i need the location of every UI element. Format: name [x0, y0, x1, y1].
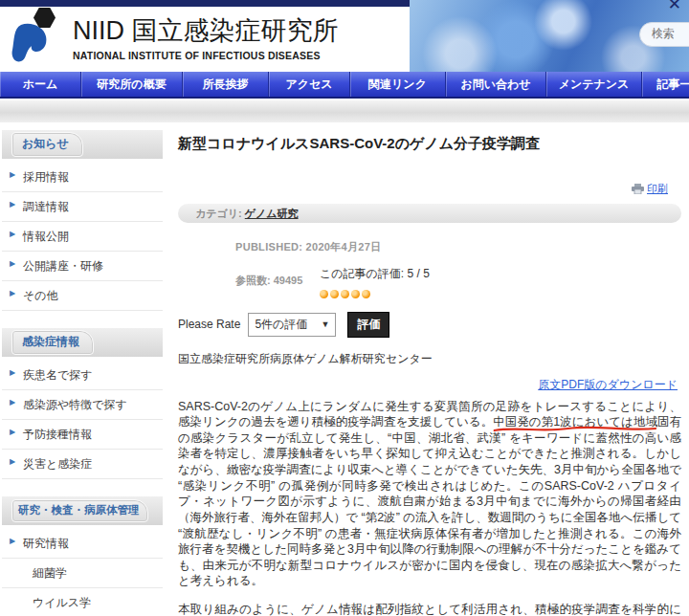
- sidebar-item-lectures[interactable]: ▶公開講座・研修: [2, 252, 163, 281]
- para1-after: 固有の感染クラスターが乱立して発生し、“中国、湖北省、武漢” をキーワードに蓋然…: [178, 415, 681, 587]
- sidebar-item-label: 採用情報: [23, 170, 69, 184]
- rate-row: Please Rate 5件の評価 ▼ 評価: [178, 312, 681, 338]
- published-date: PUBLISHED: 2020年4月27日: [235, 240, 681, 254]
- arrow-icon: ▶: [10, 259, 15, 268]
- star-icon[interactable]: [351, 290, 360, 298]
- sidebar-section-infection-info: 感染症情報 ▶疾患名で探す ▶感染源や特徴で探す ▶予防接種情報 ▶災害と感染症: [2, 328, 163, 481]
- nav-item-links[interactable]: 関連リンク: [350, 72, 446, 97]
- sidebar-item-disclosure[interactable]: ▶情報公開: [2, 222, 163, 252]
- rate-label: Please Rate: [178, 318, 240, 331]
- page: ✕ NIID 国立感染症研究所 NATIONAL INSTITUTE OF IN…: [0, 0, 689, 616]
- site-logo[interactable]: NIID 国立感染症研究所 NATIONAL INSTITUTE OF INFE…: [10, 8, 339, 63]
- sidebar-item-virology[interactable]: ウイルス学: [2, 588, 163, 616]
- nav-item-greeting[interactable]: 所長挨拶: [183, 72, 269, 97]
- sidebar-section-research: 研究・検査・病原体管理 ▶研究情報 細菌学 ウイルス学 寄生虫学 真菌学: [2, 496, 163, 616]
- page-title: 新型コロナウイルスSARS-CoV-2のゲノム分子疫学調査: [178, 134, 681, 153]
- sidebar-item-label: 災害と感染症: [23, 457, 92, 471]
- category-label: カテゴリ:: [195, 208, 242, 219]
- arrow-icon: ▶: [10, 368, 15, 377]
- star-icon[interactable]: [362, 290, 370, 298]
- sidebar-item-vaccination[interactable]: ▶予防接種情報: [2, 420, 163, 450]
- sidebar-header-label: 研究・検査・病原体管理: [11, 499, 148, 522]
- arrow-icon: ▶: [10, 289, 15, 297]
- rating-block: この記事の評価: 5 / 5: [320, 266, 430, 302]
- sidebar-header: お知らせ: [2, 130, 163, 159]
- nav-item-home[interactable]: ホーム: [0, 72, 81, 97]
- print-link[interactable]: 印刷: [647, 183, 668, 194]
- pdf-download-link[interactable]: 原文PDF版のダウンロード: [538, 378, 678, 391]
- article-meta: PUBLISHED: 2020年4月27日 参照数: 49495 この記事の評価…: [235, 240, 681, 302]
- vote-button[interactable]: 評価: [347, 312, 389, 338]
- star-icon[interactable]: [320, 290, 328, 298]
- sidebar-item-by-source[interactable]: ▶感染源や特徴で探す: [2, 390, 163, 420]
- star-icon[interactable]: [341, 290, 349, 298]
- vote-select[interactable]: 5件の評価 ▼: [248, 313, 336, 337]
- category-link[interactable]: ゲノム研究: [245, 208, 299, 219]
- arrow-icon: ▶: [10, 230, 15, 238]
- sidebar-item-label: その他: [23, 289, 58, 302]
- chevron-down-icon: ▼: [321, 319, 329, 329]
- sidebar-item-others[interactable]: ▶その他: [2, 281, 163, 311]
- article-body: SARS-CoV-2のゲノム上にランダムに発生する変異箇所の足跡をトレースするこ…: [178, 399, 681, 616]
- top-navy-bar: [0, 0, 433, 7]
- rating-text: この記事の評価: 5 / 5: [320, 266, 430, 282]
- arrow-icon: ▶: [10, 170, 15, 179]
- sidebar-header-label: お知らせ: [11, 132, 83, 157]
- nav-item-contact[interactable]: お問い合わせ: [446, 72, 546, 97]
- sidebar-item-bacteriology[interactable]: 細菌学: [2, 559, 163, 588]
- print-row: 印刷: [178, 182, 668, 196]
- blue-blob-icon: [11, 23, 57, 63]
- sidebar-header: 感染症情報: [2, 328, 163, 357]
- red-underlined-phrase: 中国発の第1波においては地域: [493, 415, 657, 429]
- star-icon[interactable]: [330, 290, 339, 298]
- arrow-icon: ▶: [10, 428, 15, 436]
- arrow-icon: ▶: [10, 398, 15, 407]
- author-line: 国立感染症研究所病原体ゲノム解析研究センター: [178, 351, 681, 367]
- article: 新型コロナウイルスSARS-CoV-2のゲノム分子疫学調査 印刷 カテゴリ: ゲ…: [178, 130, 681, 616]
- search-input[interactable]: [652, 27, 689, 40]
- red-scribble-underline-icon: [493, 426, 657, 432]
- search-box[interactable]: [639, 22, 689, 47]
- main-nav: ホーム 研究所の概要 所長挨拶 アクセス 関連リンク お問い合わせ メンテナンス…: [0, 72, 689, 99]
- arrow-icon: ▶: [10, 457, 15, 466]
- paragraph-2: 本取り組みのように、ゲノム情報は配列指紋として利活用され、積極的疫学調査を科学的…: [178, 602, 681, 616]
- sidebar-item-label: 感染源や特徴で探す: [23, 398, 127, 411]
- site-header: ✕ NIID 国立感染症研究所 NATIONAL INSTITUTE OF IN…: [0, 0, 689, 72]
- nav-item-overview[interactable]: 研究所の概要: [81, 72, 183, 97]
- header-banner-image: ✕: [410, 0, 689, 72]
- view-count: 参照数: 49495: [235, 266, 320, 302]
- rating-stars: [320, 285, 430, 302]
- nav-item-access[interactable]: アクセス: [269, 72, 350, 97]
- sidebar-item-label: 細菌学: [33, 566, 67, 580]
- arrow-icon: ▶: [10, 200, 15, 209]
- nav-item-maintenance[interactable]: メンテナンス: [546, 72, 642, 97]
- corner-x-icon: ✕: [668, 0, 681, 14]
- arrow-icon: ▶: [10, 537, 15, 545]
- sidebar-item-label: 調達情報: [23, 200, 69, 213]
- paragraph-1: SARS-CoV-2のゲノム上にランダムに発生する変異箇所の足跡をトレースするこ…: [178, 399, 681, 590]
- site-title: NIID 国立感染症研究所: [73, 13, 339, 48]
- sidebar-item-research-info[interactable]: ▶研究情報: [2, 529, 163, 559]
- breadcrumb-bar: [0, 100, 689, 122]
- category-bar: カテゴリ: ゲノム研究: [178, 204, 681, 223]
- sidebar-item-label: 疾患名で探す: [23, 368, 93, 382]
- logo-text: NIID 国立感染症研究所 NATIONAL INSTITUTE OF INFE…: [73, 8, 339, 63]
- sidebar-header-label: 感染症情報: [11, 330, 94, 355]
- printer-icon: [632, 184, 644, 196]
- sidebar-item-procurement[interactable]: ▶調達情報: [2, 192, 163, 222]
- sidebar-header: 研究・検査・病原体管理: [2, 496, 163, 525]
- sidebar-item-label: ウイルス学: [33, 596, 91, 609]
- sidebar-item-by-disease[interactable]: ▶疾患名で探す: [2, 361, 163, 390]
- sidebar-item-recruit[interactable]: ▶採用情報: [2, 163, 163, 192]
- sidebar-item-label: 研究情報: [23, 537, 69, 550]
- vote-select-value: 5件の評価: [255, 317, 307, 333]
- niid-logo-mark-icon: [10, 8, 69, 63]
- pdf-row: 原文PDF版のダウンロード: [178, 375, 678, 393]
- sidebar: お知らせ ▶採用情報 ▶調達情報 ▶情報公開 ▶公開講座・研修 ▶その他 感染症…: [0, 130, 165, 616]
- sidebar-item-disaster[interactable]: ▶災害と感染症: [2, 450, 163, 479]
- sidebar-item-label: 予防接種情報: [23, 428, 92, 441]
- site-subtitle: NATIONAL INSTITUTE OF INFECTIOUS DISEASE…: [73, 50, 339, 61]
- sidebar-item-label: 情報公開: [23, 230, 69, 243]
- sidebar-item-label: 公開講座・研修: [23, 259, 103, 273]
- nav-item-articles[interactable]: 記事一覧: [642, 72, 689, 97]
